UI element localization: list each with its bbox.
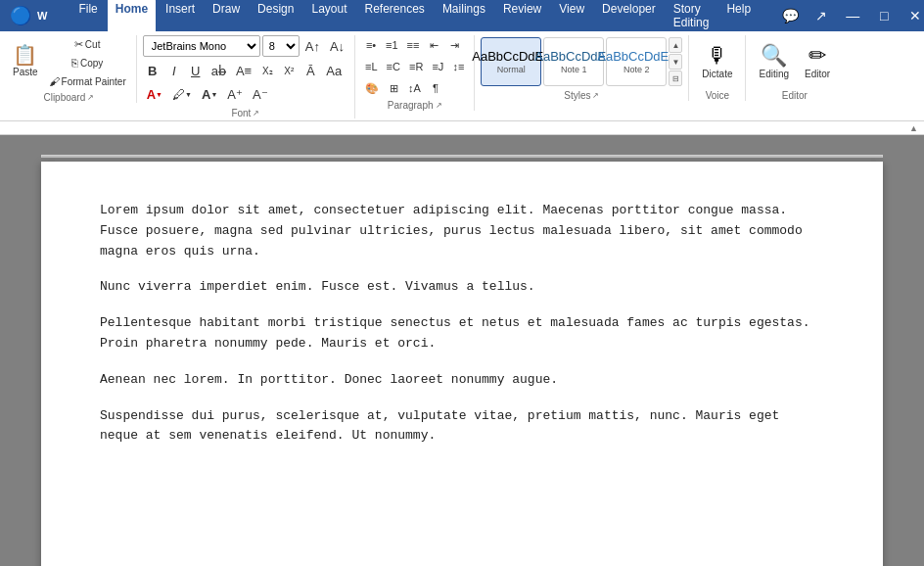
paste-button[interactable]: 📋 Paste xyxy=(8,35,43,88)
align-left-button[interactable]: ≡L xyxy=(361,57,382,76)
maximize-icon[interactable]: □ xyxy=(872,4,896,27)
increase-indent-button[interactable]: ⇥ xyxy=(444,35,464,55)
multilevel-list-button[interactable]: ≡≡ xyxy=(403,35,424,55)
font-name-select[interactable]: JetBrains Mono xyxy=(143,35,260,57)
text-color-button[interactable]: A▼ xyxy=(198,84,221,104)
gallery-scroll: ▲ ▼ ⊟ xyxy=(669,37,682,86)
styles-gallery: AaBbCcDdEe Normal AaBbCcDdEe Note 1 AaBb… xyxy=(481,35,667,88)
document-area: /* generated in CSS */ Lorem ipsum dolor… xyxy=(0,135,924,566)
show-formatting-button[interactable]: ¶ xyxy=(426,78,445,98)
menu-layout[interactable]: Layout xyxy=(303,0,354,33)
menu-help[interactable]: Help xyxy=(718,0,759,33)
menu-draw[interactable]: Draw xyxy=(205,0,248,33)
bold-button[interactable]: B xyxy=(143,61,162,80)
menu-storyediting[interactable]: Story Editing xyxy=(666,0,717,33)
editor-button[interactable]: ✏ Editor xyxy=(798,35,837,88)
dictate-label: Dictate xyxy=(702,69,732,79)
clipboard-expand-icon[interactable]: ↗ xyxy=(87,93,94,102)
close-icon[interactable]: ✕ xyxy=(903,4,924,27)
styles-expand-icon[interactable]: ↗ xyxy=(592,91,599,100)
voice-group: 🎙 Dictate Voice xyxy=(693,35,746,101)
style-note2[interactable]: AaBbCcDdEe Note 2 xyxy=(606,37,667,86)
gallery-scroll-down[interactable]: ▼ xyxy=(669,54,682,70)
microphone-icon: 🎙 xyxy=(707,45,728,67)
menu-file[interactable]: File xyxy=(70,0,105,33)
format-painter-icon: 🖌 xyxy=(49,75,60,87)
paragraph-4: Aenean nec lorem. In porttitor. Donec la… xyxy=(100,370,824,391)
style-note1[interactable]: AaBbCcDdEe Note 1 xyxy=(543,37,604,86)
shading-button[interactable]: 🎨 xyxy=(361,78,383,98)
word-icon: 🔵 xyxy=(10,5,31,26)
gallery-expand[interactable]: ⊟ xyxy=(669,71,682,86)
menu-review[interactable]: Review xyxy=(495,0,549,33)
paragraph-group: ≡• ≡1 ≡≡ ⇤ ⇥ ≡L ≡C ≡R ≡J ↕≡ xyxy=(359,35,475,111)
change-case-button[interactable]: Aa xyxy=(322,61,346,80)
ribbon-collapse-bar: ▲ xyxy=(0,121,924,135)
menu-view[interactable]: View xyxy=(551,0,592,33)
menu-design[interactable]: Design xyxy=(250,0,301,33)
font-size-select[interactable]: 8 xyxy=(262,35,300,57)
superscript-button[interactable]: X² xyxy=(279,61,299,80)
decrease-indent-button[interactable]: ⇤ xyxy=(424,35,443,55)
bullets-button[interactable]: ≡• xyxy=(361,35,381,55)
borders-button[interactable]: ⊞ xyxy=(384,78,403,98)
ruler: /* generated in CSS */ xyxy=(41,155,883,158)
justify-button[interactable]: ≡J xyxy=(428,57,447,76)
font-size-increase-button[interactable]: A↑ xyxy=(301,36,324,56)
paragraph-5: Suspendisse dui purus, scelerisque at, v… xyxy=(100,406,824,448)
line-spacing-button[interactable]: ↕≡ xyxy=(448,57,468,76)
cut-icon: ✂ xyxy=(74,38,83,51)
minimize-icon[interactable]: — xyxy=(841,4,864,27)
copy-icon: ⎘ xyxy=(71,57,78,69)
paste-icon: 📋 xyxy=(13,45,37,65)
align-right-button[interactable]: ≡R xyxy=(405,57,427,76)
font-shrink-button[interactable]: A⁻ xyxy=(249,84,272,104)
copy-button[interactable]: ⎘ Copy xyxy=(45,54,130,71)
paste-label: Paste xyxy=(13,67,38,78)
collapse-ribbon-button[interactable]: ▲ xyxy=(909,123,918,133)
menu-references[interactable]: References xyxy=(357,0,433,33)
strikethrough-button[interactable]: ab̶ xyxy=(208,61,230,80)
font-size-decrease-button[interactable]: A↓ xyxy=(326,36,348,56)
menu-mailings[interactable]: Mailings xyxy=(435,0,493,33)
italic-button[interactable]: I xyxy=(164,61,184,80)
editor-group-label: Editor xyxy=(782,90,808,101)
paragraph-3: Pellentesque habitant morbi tristique se… xyxy=(100,313,824,354)
menu-bar: File Home Insert Draw Design Layout Refe… xyxy=(70,0,759,33)
sort-button[interactable]: ↕A xyxy=(404,78,425,98)
editor-label: Editor xyxy=(805,69,830,79)
gallery-scroll-up[interactable]: ▲ xyxy=(669,37,682,53)
font-expand-icon[interactable]: ↗ xyxy=(253,109,259,118)
svg-rect-0 xyxy=(96,155,859,156)
menu-developer[interactable]: Developer xyxy=(594,0,664,33)
format-painter-button[interactable]: 🖌 Format Painter xyxy=(45,72,130,90)
svg-rect-1 xyxy=(96,155,150,156)
menu-insert[interactable]: Insert xyxy=(158,0,203,33)
numbering-button[interactable]: ≡1 xyxy=(382,35,402,55)
subscript-button[interactable]: X₂ xyxy=(257,61,277,80)
editor-icon: ✏ xyxy=(808,45,826,67)
menu-home[interactable]: Home xyxy=(108,0,156,33)
cut-button[interactable]: ✂ Cut xyxy=(45,35,130,53)
comments-icon[interactable]: 💬 xyxy=(778,4,802,27)
clear-format-button[interactable]: Ā xyxy=(300,61,320,80)
text-effects-button[interactable]: A≡ xyxy=(232,61,255,80)
editor-group: 🔍 Editing ✏ Editor Editor xyxy=(750,35,843,101)
font-color-button[interactable]: A▼ xyxy=(143,84,166,104)
share-icon[interactable]: ↗ xyxy=(809,4,833,27)
style-normal[interactable]: AaBbCcDdEe Normal xyxy=(481,37,541,86)
styles-group: AaBbCcDdEe Normal AaBbCcDdEe Note 1 AaBb… xyxy=(479,35,689,101)
underline-button[interactable]: U xyxy=(186,61,206,80)
dictate-button[interactable]: 🎙 Dictate xyxy=(695,35,739,88)
font-grow-button[interactable]: A⁺ xyxy=(223,84,247,104)
cut-label: Cut xyxy=(85,39,101,50)
highlight-color-button[interactable]: 🖊▼ xyxy=(168,84,196,104)
editing-button[interactable]: 🔍 Editing xyxy=(752,35,796,88)
paragraph-expand-icon[interactable]: ↗ xyxy=(436,101,442,110)
align-center-button[interactable]: ≡C xyxy=(383,57,404,76)
copy-label: Copy xyxy=(80,58,103,69)
ribbon: 📋 Paste ✂ Cut ⎘ Copy xyxy=(0,31,924,121)
styles-label: Styles xyxy=(564,90,590,101)
ruler-svg: /* generated in CSS */ xyxy=(96,155,859,156)
font-group: JetBrains Mono 8 A↑ A↓ B I U ab̶ xyxy=(141,35,355,118)
